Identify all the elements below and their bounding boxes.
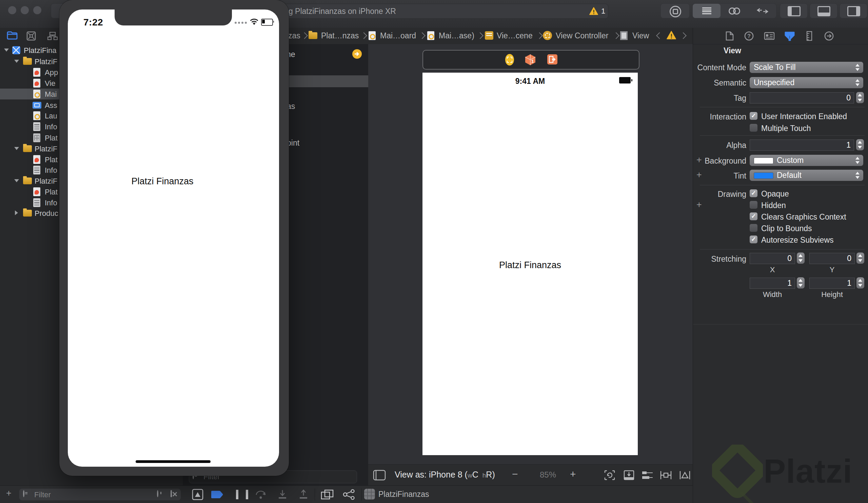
assistant-editor-icon xyxy=(728,8,741,14)
align-icon[interactable] xyxy=(641,470,654,481)
close-window-icon[interactable] xyxy=(8,6,16,14)
breadcrumb-item[interactable]: Mai…ase) xyxy=(439,31,474,40)
warning-icon[interactable] xyxy=(666,31,676,40)
background-color-swatch xyxy=(754,158,773,164)
project-navigator-icon[interactable] xyxy=(7,31,18,40)
add-drawing-attribute-button[interactable]: + xyxy=(696,200,702,210)
stretching-y-stepper[interactable] xyxy=(857,252,864,264)
stretching-y-field[interactable]: 0 xyxy=(809,253,855,264)
tint-popup[interactable]: Default xyxy=(750,170,863,181)
debug-session-name[interactable]: PlatziFinanzas xyxy=(379,490,429,499)
stretching-height-stepper[interactable] xyxy=(857,277,864,289)
stretching-width-stepper[interactable] xyxy=(797,277,805,289)
debug-view-hierarchy-icon[interactable] xyxy=(321,489,334,500)
alpha-stepper[interactable] xyxy=(856,139,864,150)
source-control-navigator-icon[interactable] xyxy=(27,31,36,41)
breadcrumb-item[interactable]: View xyxy=(632,31,649,40)
navigator-filter-field[interactable]: Filter xyxy=(19,489,181,501)
next-issue-icon[interactable] xyxy=(680,32,686,39)
zoom-window-icon[interactable] xyxy=(33,6,41,14)
debug-memory-graph-icon[interactable] xyxy=(342,489,355,500)
disclosure-open-icon[interactable] xyxy=(14,179,19,182)
breadcrumb-item[interactable]: Vie…cene xyxy=(497,31,533,40)
chevron-right-icon xyxy=(477,32,484,39)
recents-clock-icon[interactable] xyxy=(157,490,158,497)
disclosure-closed-icon[interactable] xyxy=(15,210,18,215)
toggle-debug-area-button[interactable] xyxy=(810,3,837,18)
clip-to-bounds-checkbox[interactable] xyxy=(750,224,757,232)
add-constraints-icon[interactable] xyxy=(660,470,672,481)
breadcrumb-item[interactable]: zas xyxy=(288,31,300,40)
assistant-editor-button[interactable] xyxy=(721,4,748,18)
library-button[interactable] xyxy=(661,3,690,18)
previous-issue-icon[interactable] xyxy=(656,32,663,39)
toggle-debug-area-icon[interactable] xyxy=(192,489,204,500)
zoom-out-button[interactable]: − xyxy=(512,469,518,480)
file-inspector-icon[interactable] xyxy=(726,31,734,41)
version-editor-button[interactable] xyxy=(748,4,776,18)
autoresize-subviews-checkbox[interactable] xyxy=(750,235,757,243)
tag-field[interactable]: 0 xyxy=(750,92,854,103)
disclosure-open-icon[interactable] xyxy=(14,60,19,63)
user-interaction-checkbox[interactable] xyxy=(750,112,757,120)
alpha-field[interactable]: 1 xyxy=(750,140,854,151)
device-configuration-icon[interactable] xyxy=(373,470,386,481)
view-controller-dock-icon[interactable] xyxy=(505,54,514,66)
disclosure-open-icon[interactable] xyxy=(14,147,19,150)
update-frames-icon[interactable] xyxy=(604,470,616,481)
size-inspector-icon[interactable] xyxy=(806,31,813,41)
stretching-height-field[interactable]: 1 xyxy=(809,278,855,289)
multiple-touch-checkbox[interactable] xyxy=(750,124,757,132)
zoom-in-button[interactable]: + xyxy=(570,469,576,480)
simulator-time: 7:22 xyxy=(83,17,103,28)
step-into-icon[interactable] xyxy=(277,490,288,500)
app-icon[interactable] xyxy=(364,489,375,500)
standard-editor-button[interactable] xyxy=(693,4,721,18)
breadcrumb-item[interactable]: Mai…oard xyxy=(380,31,416,40)
first-responder-icon[interactable]: 1 xyxy=(524,54,536,66)
quick-help-inspector-icon[interactable]: ? xyxy=(744,31,754,41)
disclosure-open-icon[interactable] xyxy=(4,49,9,52)
storyboard-view[interactable]: 9:41 AM Platzi Finanzas xyxy=(423,73,638,455)
resolve-autolayout-icon[interactable] xyxy=(679,470,691,481)
clears-graphics-context-checkbox[interactable] xyxy=(750,212,757,220)
toggle-navigator-button[interactable] xyxy=(780,3,808,18)
tag-stepper[interactable] xyxy=(856,92,864,103)
background-popup[interactable]: Custom xyxy=(750,155,863,166)
view-as-label[interactable]: View as: iPhone 8 (wChR) xyxy=(395,470,495,480)
minimize-window-icon[interactable] xyxy=(21,6,29,14)
identity-inspector-icon[interactable] xyxy=(764,32,775,40)
stretching-width-field[interactable]: 1 xyxy=(750,278,795,289)
file-label: Info xyxy=(45,166,57,175)
simulator-window[interactable]: 7:22 Platzi Finanzas xyxy=(59,0,289,476)
step-over-icon[interactable] xyxy=(255,490,268,500)
content-mode-popup[interactable]: Scale To Fill xyxy=(750,62,863,73)
source-control-filter-icon[interactable] xyxy=(170,490,172,497)
breadcrumb-item[interactable]: Plat…nzas xyxy=(321,31,359,40)
opaque-checkbox[interactable] xyxy=(750,189,757,197)
home-indicator xyxy=(136,460,210,463)
stretching-x-stepper[interactable] xyxy=(797,252,805,264)
canvas-label[interactable]: Platzi Finanzas xyxy=(423,260,638,271)
step-out-icon[interactable] xyxy=(298,490,309,500)
breadcrumb-item[interactable]: View Controller xyxy=(556,31,609,40)
pause-execution-icon[interactable] xyxy=(236,490,248,499)
hidden-checkbox[interactable] xyxy=(750,201,757,209)
hierarchy-navigator-icon[interactable] xyxy=(48,32,58,40)
warning-icon[interactable] xyxy=(589,7,598,16)
add-button[interactable]: + xyxy=(6,488,11,499)
file-label: Plat xyxy=(45,134,58,142)
stretching-x-field[interactable]: 0 xyxy=(750,253,795,264)
breakpoints-toggle-icon[interactable] xyxy=(211,490,224,500)
embed-in-icon[interactable] xyxy=(623,470,635,481)
zoom-level[interactable]: 85% xyxy=(540,470,556,480)
attributes-inspector-icon[interactable] xyxy=(784,31,795,41)
x-axis-label: X xyxy=(750,265,795,274)
storyboard-file-icon xyxy=(427,31,434,40)
jump-to-scene-button[interactable] xyxy=(352,49,362,59)
semantic-popup[interactable]: Unspecified xyxy=(750,77,863,88)
datamodel-file-icon xyxy=(33,133,40,142)
exit-icon[interactable] xyxy=(547,54,557,64)
connections-inspector-icon[interactable] xyxy=(824,31,834,41)
toggle-inspectors-button[interactable] xyxy=(839,3,867,18)
